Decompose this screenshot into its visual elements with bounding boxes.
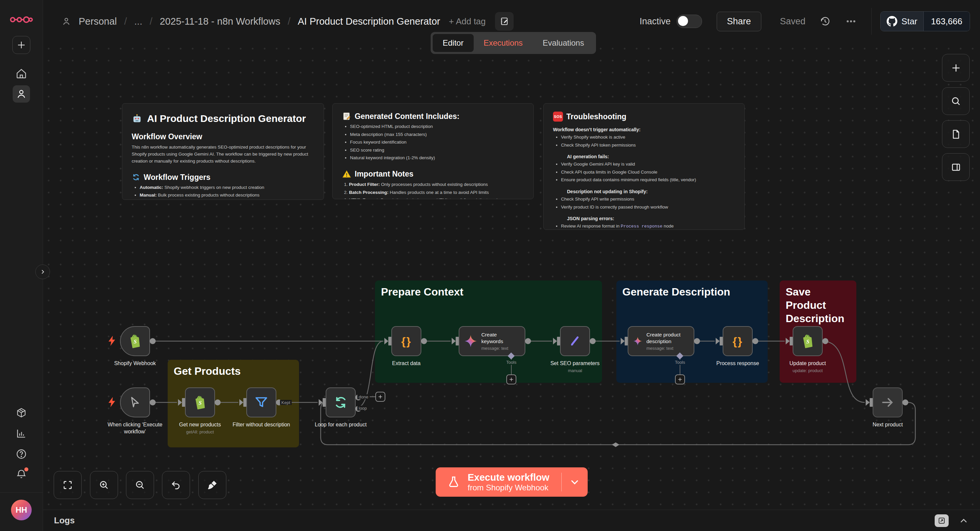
add-tool-endpoint[interactable] xyxy=(675,374,685,384)
sidebar-expand-button[interactable] xyxy=(35,265,50,279)
add-workflow-button[interactable] xyxy=(12,36,30,54)
sticky-note-generated-content[interactable]: Generated Content Includes: SEO-optimize… xyxy=(332,103,534,199)
output-connector[interactable] xyxy=(421,338,427,344)
search-nodes-button[interactable] xyxy=(942,87,970,115)
output-connector[interactable] xyxy=(215,399,221,406)
breadcrumb-ellipsis[interactable]: ... xyxy=(134,16,142,27)
node-manual-trigger[interactable]: When clicking ‘Execute workflow’ xyxy=(120,387,150,417)
add-node-button[interactable] xyxy=(942,54,970,82)
input-connector[interactable] xyxy=(323,398,326,407)
gemini-icon xyxy=(633,334,642,348)
input-connector[interactable] xyxy=(182,398,185,407)
activation-status-label: Inactive xyxy=(640,16,671,27)
output-connector[interactable] xyxy=(150,399,156,406)
svg-text:S: S xyxy=(807,338,809,345)
sidebar-item-personal[interactable] xyxy=(13,85,30,103)
node-create-product-description[interactable]: Create product description message: text xyxy=(628,326,694,356)
breadcrumb-separator: / xyxy=(288,16,290,27)
zoom-out-button[interactable] xyxy=(126,471,154,499)
sidebar-item-help[interactable] xyxy=(16,449,27,460)
node-create-keywords[interactable]: Create keywords message: text xyxy=(459,326,525,356)
cursor-icon xyxy=(128,396,142,409)
sidebar-item-home[interactable] xyxy=(16,68,27,79)
tidy-up-button[interactable] xyxy=(198,471,226,499)
add-tool-endpoint[interactable] xyxy=(506,374,516,384)
note-bullet-list: Automatic: Shopify webhook triggers on n… xyxy=(132,184,314,199)
node-shopify-webhook[interactable]: S Shopify Webhook xyxy=(120,326,150,356)
github-star-widget[interactable]: Star 163,666 xyxy=(880,11,970,31)
tools-label: Tools xyxy=(505,360,518,365)
trigger-lightning-icon xyxy=(107,335,117,346)
output-connector[interactable] xyxy=(590,338,596,344)
workflow-notes-button[interactable] xyxy=(495,12,514,31)
node-set-seo-parameters[interactable]: Set SEO parameters manual xyxy=(560,326,590,356)
node-subtitle: manual xyxy=(568,368,582,373)
svg-text:S: S xyxy=(199,400,202,406)
input-connector[interactable] xyxy=(456,337,459,346)
add-tag-button[interactable]: + Add tag xyxy=(449,16,486,27)
output-connector[interactable] xyxy=(694,338,700,344)
workflow-title[interactable]: AI Product Description Generator xyxy=(298,16,440,27)
breadcrumb-account[interactable]: Personal xyxy=(79,16,117,27)
node-filter-without-description[interactable]: Filter without description xyxy=(247,387,276,417)
node-update-product[interactable]: S Update product update: product xyxy=(793,326,822,356)
node-next-product[interactable]: Next product xyxy=(873,387,903,417)
output-connector[interactable] xyxy=(752,338,758,344)
logs-panel[interactable]: Logs xyxy=(43,510,980,531)
input-connector[interactable] xyxy=(870,398,873,407)
node-extract-data[interactable]: {} Extract data xyxy=(391,326,422,356)
tab-executions[interactable]: Executions xyxy=(474,34,533,52)
breadcrumb-project[interactable]: 2025-11-18 - n8n Workflows xyxy=(160,16,280,27)
output-connector[interactable] xyxy=(822,338,828,344)
chevron-up-icon[interactable] xyxy=(959,516,969,526)
note-subsection-title: JSON parsing errors: xyxy=(567,216,735,221)
note-section-title: Important Notes xyxy=(342,170,524,179)
input-connector[interactable] xyxy=(720,337,723,346)
tab-editor[interactable]: Editor xyxy=(433,34,474,52)
add-sticky-note-button[interactable] xyxy=(942,120,970,148)
output-connector[interactable] xyxy=(525,338,531,344)
cycle-emoji-icon xyxy=(132,173,140,182)
shopify-icon: S xyxy=(800,333,815,349)
note-paragraph: This n8n workflow automatically generate… xyxy=(132,144,314,165)
activation-toggle[interactable] xyxy=(677,15,702,28)
output-connector[interactable] xyxy=(150,338,156,344)
chevron-down-icon[interactable] xyxy=(569,476,580,488)
zoom-in-button[interactable] xyxy=(90,471,118,499)
add-node-endpoint[interactable] xyxy=(375,392,385,402)
left-sidebar: HH xyxy=(0,0,43,531)
output-connector[interactable] xyxy=(902,399,908,406)
saved-status: Saved xyxy=(780,16,806,27)
sticky-note-troubleshooting[interactable]: SOS Troubleshooting Workflow doesn’t tri… xyxy=(543,103,745,230)
input-connector[interactable] xyxy=(243,398,247,407)
note-bullet-list: Check Shopify API write permissions Veri… xyxy=(553,195,735,211)
input-connector[interactable] xyxy=(625,337,628,346)
warning-emoji-icon xyxy=(342,170,352,179)
history-button[interactable] xyxy=(819,16,830,27)
execute-workflow-button[interactable]: Execute workflow from Shopify Webhook xyxy=(436,468,588,497)
undo-button[interactable] xyxy=(162,471,190,499)
output-label-done: done xyxy=(357,395,370,399)
tab-evaluations[interactable]: Evaluations xyxy=(533,34,594,52)
input-connector[interactable] xyxy=(388,337,391,346)
user-avatar[interactable]: HH xyxy=(11,500,32,520)
more-options-button[interactable] xyxy=(845,16,857,27)
node-get-new-products[interactable]: S Get new products getAll: product xyxy=(185,387,215,417)
input-connector[interactable] xyxy=(790,337,793,346)
sidebar-item-notifications[interactable] xyxy=(16,468,27,480)
share-button[interactable]: Share xyxy=(717,12,761,31)
help-icon xyxy=(16,449,27,460)
sidebar-item-insights[interactable] xyxy=(16,428,27,439)
ellipsis-icon xyxy=(845,16,857,27)
connection-label-kept: Kept xyxy=(280,400,292,405)
input-connector[interactable] xyxy=(557,337,560,346)
node-process-response[interactable]: {} Process response xyxy=(723,326,752,356)
node-loop-for-each-product[interactable]: Loop for each product xyxy=(326,387,356,417)
sticky-note-overview[interactable]: AI Product Description Generator Workflo… xyxy=(122,103,324,200)
zoom-to-fit-button[interactable] xyxy=(54,471,82,499)
toggle-panel-button[interactable] xyxy=(942,153,970,181)
sidebar-item-templates[interactable] xyxy=(16,407,27,418)
note-section-title: Generated Content Includes: xyxy=(342,112,524,121)
node-label: Extract data xyxy=(392,360,420,367)
open-logs-window-button[interactable] xyxy=(935,514,949,527)
